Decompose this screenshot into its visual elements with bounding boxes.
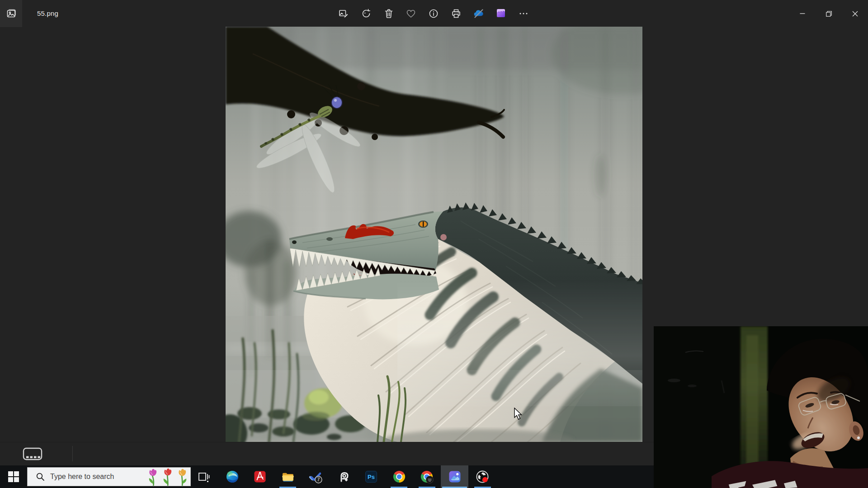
close-button[interactable] [842, 0, 868, 27]
filmstrip-icon [23, 447, 42, 461]
see-more-ellipsis-icon [518, 8, 529, 19]
window-controls [789, 0, 868, 27]
onedrive-not-synced-icon [473, 8, 485, 19]
taskbar-app-todo[interactable]: 7 [302, 465, 330, 488]
dinosaur-eye [418, 221, 428, 228]
search-placeholder: Type here to search [50, 473, 114, 481]
task-view-icon [198, 470, 210, 483]
chrome-icon [392, 470, 406, 483]
todo-checkmark-icon: 7 [308, 469, 323, 484]
titlebar: 55.png [0, 0, 868, 27]
close-icon [852, 11, 858, 17]
recording-dot [482, 477, 488, 483]
taskbar-app-chrome[interactable] [385, 465, 413, 488]
restore-button[interactable] [816, 0, 842, 27]
p-logo-app-icon [337, 470, 350, 483]
webcam-vignette [654, 326, 868, 488]
desktop-screen: 55.png [0, 0, 868, 488]
photo-viewer-image[interactable] [226, 27, 642, 442]
video-editor-button[interactable] [490, 0, 512, 27]
taskbar-app-file-explorer[interactable] [274, 465, 302, 488]
trash-icon [383, 8, 394, 19]
info-icon [428, 8, 439, 19]
edge-icon [226, 470, 239, 483]
info-button[interactable] [423, 0, 444, 27]
print-icon [451, 8, 462, 19]
photos-app-logo-button[interactable] [0, 0, 22, 27]
edit-image-button[interactable] [333, 0, 354, 27]
file-explorer-icon [281, 470, 295, 483]
taskbar-app-p-logo[interactable] [330, 465, 357, 488]
windows-logo-icon [8, 471, 19, 483]
video-editor-clapperboard-icon [495, 8, 507, 19]
taskbar-app-photoshop[interactable]: Ps [358, 465, 385, 488]
taskbar-app-obs[interactable] [469, 465, 496, 488]
minimize-icon [800, 11, 805, 16]
task-view-button[interactable] [190, 465, 217, 488]
chrome-profile-icon [420, 470, 434, 483]
see-more-button[interactable] [513, 0, 534, 27]
edit-image-icon [338, 8, 349, 19]
neck-pink-spot [440, 234, 447, 240]
photos-app-icon [448, 470, 462, 483]
start-button[interactable] [0, 465, 27, 488]
taskbar-app-acrobat[interactable] [246, 465, 274, 488]
acrobat-icon [254, 470, 266, 483]
bottom-bar-divider [72, 446, 73, 461]
delete-button[interactable] [378, 0, 400, 27]
low-mist [226, 370, 642, 442]
webcam-overlay [654, 326, 868, 488]
taskbar-app-photos[interactable] [441, 465, 468, 488]
onedrive-status-button[interactable] [468, 0, 490, 27]
taskbar-app-edge[interactable] [218, 465, 246, 488]
toolbar [333, 0, 534, 27]
taskbar-search-input[interactable]: Type here to search [27, 467, 191, 486]
taskbar-app-chrome-profile[interactable] [413, 465, 441, 488]
rotate-icon [361, 8, 372, 19]
obs-icon [476, 470, 489, 483]
print-button[interactable] [445, 0, 467, 27]
favorite-button[interactable] [400, 0, 422, 27]
photos-logo-icon [6, 8, 17, 19]
search-icon [36, 472, 45, 481]
heart-icon [406, 8, 416, 19]
photoshop-icon: Ps [365, 470, 377, 483]
photoshop-label: Ps [368, 474, 375, 480]
tulips-search-decoration-icon [146, 468, 189, 486]
restore-icon [826, 11, 832, 17]
window-title-filename: 55.png [37, 0, 58, 27]
filmstrip-toggle-button[interactable] [18, 445, 47, 463]
todo-badge-count: 7 [317, 477, 320, 482]
nostril [292, 240, 297, 244]
rotate-button[interactable] [355, 0, 377, 27]
minimize-button[interactable] [789, 0, 816, 27]
